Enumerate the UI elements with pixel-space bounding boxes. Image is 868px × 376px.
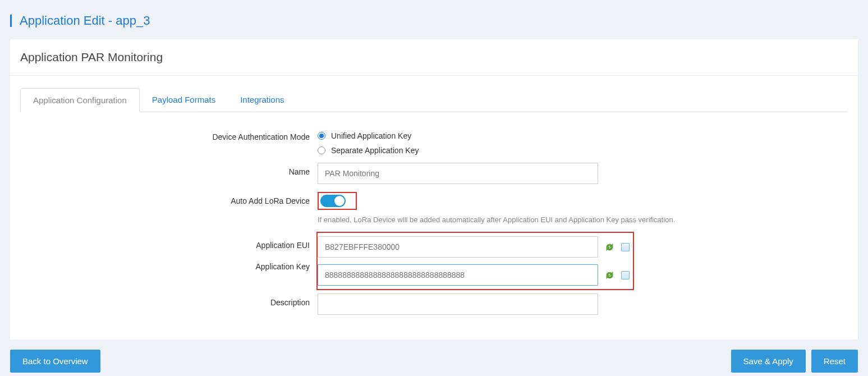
refresh-icon[interactable]	[605, 270, 614, 279]
panel-header: Application PAR Monitoring	[10, 39, 858, 76]
row-name: Name	[20, 163, 848, 184]
app-key-input[interactable]	[318, 264, 598, 286]
tab-payload-formats[interactable]: Payload Formats	[140, 88, 228, 112]
tab-integrations[interactable]: Integrations	[228, 88, 296, 112]
back-button[interactable]: Back to Overview	[10, 350, 100, 373]
app-key-row	[318, 264, 630, 286]
row-auto-add: Auto Add LoRa Device If enabled, LoRa De…	[20, 192, 848, 224]
label-auth-mode: Device Authentication Mode	[20, 128, 318, 141]
radio-dot-icon	[318, 146, 325, 154]
app-eui-input[interactable]	[318, 236, 598, 258]
name-input[interactable]	[318, 163, 598, 184]
toggle-highlight-box	[318, 192, 357, 210]
copy-icon[interactable]	[621, 242, 630, 251]
tab-application-configuration[interactable]: Application Configuration	[20, 88, 140, 112]
row-app-eui: Application EUI	[20, 232, 848, 290]
radio-separate-label: Separate Application Key	[331, 146, 419, 155]
auto-add-hint: If enabled, LoRa Device will be added au…	[318, 215, 755, 224]
label-description: Description	[20, 294, 318, 307]
radio-dot-icon	[318, 132, 325, 140]
radio-separate-key[interactable]: Separate Application Key	[318, 146, 419, 155]
eui-highlight-box	[316, 232, 634, 290]
reset-button[interactable]: Reset	[811, 350, 858, 373]
label-name: Name	[20, 163, 318, 176]
refresh-icon[interactable]	[605, 242, 614, 251]
save-apply-button[interactable]: Save & Apply	[731, 350, 806, 373]
tabs: Application Configuration Payload Format…	[20, 88, 848, 112]
label-app-eui: Application EUI	[20, 232, 318, 250]
toggle-knob-icon	[334, 196, 345, 206]
app-eui-row	[318, 236, 630, 258]
footer-right-group: Save & Apply Reset	[731, 350, 858, 373]
description-input[interactable]	[318, 294, 598, 315]
footer: Back to Overview Save & Apply Reset	[10, 350, 858, 373]
row-auth-mode: Device Authentication Mode Unified Appli…	[20, 128, 848, 155]
main-panel: Application PAR Monitoring Application C…	[10, 39, 858, 340]
radio-unified-key[interactable]: Unified Application Key	[318, 131, 419, 140]
panel-body: Application Configuration Payload Format…	[10, 76, 858, 340]
auto-add-toggle[interactable]	[320, 195, 346, 207]
radio-unified-label: Unified Application Key	[331, 131, 411, 140]
row-description: Description	[20, 294, 848, 315]
copy-icon[interactable]	[621, 270, 630, 279]
label-auto-add: Auto Add LoRa Device	[20, 192, 318, 205]
auth-mode-radio-group: Unified Application Key Separate Applica…	[318, 128, 419, 155]
page-title: Application Edit - app_3	[10, 15, 858, 27]
